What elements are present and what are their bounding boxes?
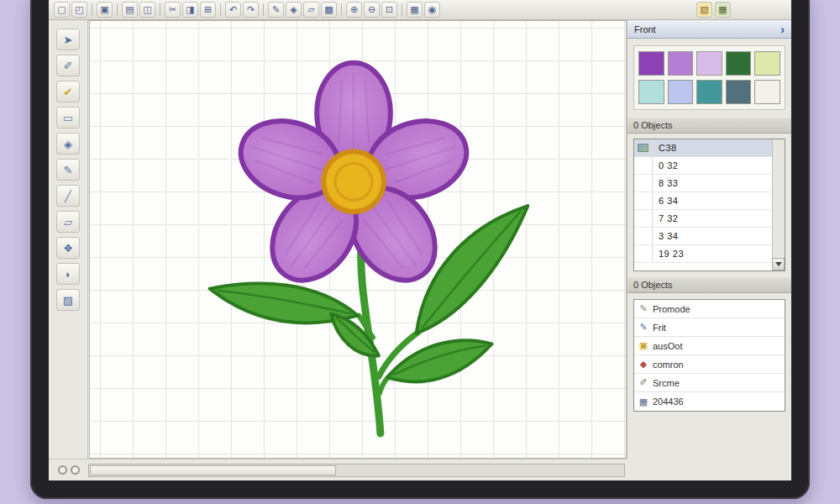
property-row[interactable]: ▦204436 xyxy=(634,392,785,411)
palette-swatch[interactable] xyxy=(696,51,722,76)
freehand-select-tool[interactable]: ✐ xyxy=(56,55,80,76)
bottom-bar xyxy=(49,459,627,480)
objects-header-bottom: 0 Objects xyxy=(627,276,791,293)
print-icon[interactable]: ▤ xyxy=(122,2,138,18)
nav-circle-button-2[interactable] xyxy=(71,465,80,475)
list-scrollbar[interactable] xyxy=(772,139,785,270)
brush-tool[interactable]: ❖ xyxy=(56,237,80,259)
palette-row-1 xyxy=(638,51,780,76)
property-row[interactable]: ◆comron xyxy=(634,355,785,374)
row-icon-cell xyxy=(634,175,653,192)
color-palette xyxy=(633,45,785,110)
stitch-list-row[interactable]: 8 33 xyxy=(634,175,772,192)
paste-icon[interactable]: ⊞ xyxy=(200,2,216,18)
stitch-list-row[interactable]: 0 32 xyxy=(634,157,772,175)
stitch-list-row[interactable]: 7 32 xyxy=(634,210,772,228)
scroll-down-button[interactable] xyxy=(772,258,785,270)
redo-icon[interactable]: ↷ xyxy=(243,2,259,18)
stitch-value: 3 34 xyxy=(653,231,678,241)
open-file-icon[interactable]: ◰ xyxy=(71,2,87,18)
stitch-value: 6 34 xyxy=(653,196,678,206)
row-icon-cell xyxy=(634,157,653,174)
property-icon: ▦ xyxy=(634,397,653,407)
palette-row-2 xyxy=(638,80,780,104)
property-label: Frit xyxy=(653,323,666,333)
stitch-list-row[interactable]: C38 xyxy=(634,139,772,157)
panel-header[interactable]: Front › xyxy=(627,20,791,39)
property-row[interactable]: ▣ausOot xyxy=(634,337,785,355)
print-preview-icon[interactable]: ◫ xyxy=(139,2,155,18)
apply-check-tool[interactable]: ✔ xyxy=(56,81,80,102)
property-label: ausOot xyxy=(653,341,682,351)
stitch-list-row[interactable]: 3 34 xyxy=(634,228,772,245)
design-thumbnail-icon xyxy=(638,144,648,152)
property-icon: ◆ xyxy=(634,360,653,369)
palette-swatch[interactable] xyxy=(696,80,722,104)
pen-tool[interactable]: ✎ xyxy=(56,159,80,181)
toolbar-right-icons: ▧▦ xyxy=(696,2,731,18)
zoom-fit-icon[interactable]: ⊡ xyxy=(381,2,397,18)
select-tool[interactable]: ➤ xyxy=(56,29,80,50)
nav-circle-button-1[interactable] xyxy=(58,465,67,475)
palette-swatch[interactable] xyxy=(668,51,694,76)
palette-swatch[interactable] xyxy=(638,51,664,76)
eraser-tool[interactable]: ▱ xyxy=(56,211,80,233)
layout-grid-icon[interactable]: ▦ xyxy=(715,2,731,18)
property-row[interactable]: ✎Promode xyxy=(634,300,785,318)
main-toolbar: ▢◰▣▤◫✂◨⊞↶↷✎◈▱▩⊕⊖⊡▦◉ ▧▦ xyxy=(49,0,791,20)
property-row[interactable]: ✐Srcme xyxy=(634,374,785,392)
stitch-list-row[interactable]: 19 23 xyxy=(634,245,772,263)
edit-stitches-icon[interactable]: ✎ xyxy=(268,2,284,18)
property-icon: ✐ xyxy=(634,378,653,387)
stitch-value: 8 33 xyxy=(653,178,678,188)
zoom-in-icon[interactable]: ⊕ xyxy=(346,2,362,18)
palette-swatch[interactable] xyxy=(726,80,752,104)
zoom-out-icon[interactable]: ⊖ xyxy=(364,2,380,18)
grid-icon[interactable]: ▦ xyxy=(407,2,423,18)
diamond-tool[interactable]: ◈ xyxy=(56,133,80,155)
toolbar-separator xyxy=(160,3,160,16)
horizontal-scrollbar[interactable] xyxy=(88,464,625,477)
panel-title: Front xyxy=(634,24,656,34)
palette-swatch[interactable] xyxy=(638,80,664,104)
palette-swatch[interactable] xyxy=(726,51,752,76)
objects-header-top: 0 Objects xyxy=(627,117,791,134)
measure-icon[interactable]: ▱ xyxy=(303,2,319,18)
toolbar-separator xyxy=(117,3,118,16)
objects-label-bottom: 0 Objects xyxy=(633,280,672,290)
nav-circles xyxy=(49,465,88,475)
chevron-right-icon[interactable]: › xyxy=(780,24,785,35)
stitch-value: 19 23 xyxy=(653,249,684,259)
property-icon: ✎ xyxy=(634,323,653,332)
property-label: comron xyxy=(653,360,684,370)
new-file-icon[interactable]: ▢ xyxy=(54,2,70,18)
sew-simulator-icon[interactable]: ▩ xyxy=(321,2,337,18)
save-icon[interactable]: ▣ xyxy=(97,2,113,18)
embroidery-flower-artwork xyxy=(90,21,626,458)
palette-swatch[interactable] xyxy=(754,51,780,76)
palette-swatch[interactable] xyxy=(754,80,780,104)
row-icon-cell xyxy=(634,192,653,209)
cut-icon[interactable]: ✂ xyxy=(165,2,181,18)
shell-tool[interactable]: ◗ xyxy=(56,263,80,285)
horizontal-scrollbar-thumb[interactable] xyxy=(90,465,336,475)
design-canvas[interactable] xyxy=(89,20,627,459)
chart-tool[interactable]: ▨ xyxy=(56,289,80,311)
stitch-list-row[interactable]: 6 34 xyxy=(634,192,772,210)
stitch-value: C38 xyxy=(653,143,677,153)
rectangle-tool[interactable]: ▭ xyxy=(56,107,80,129)
desktop-background: ▢◰▣▤◫✂◨⊞↶↷✎◈▱▩⊕⊖⊡▦◉ ▧▦ ➤✐✔▭◈✎╱▱❖◗▨ xyxy=(0,0,840,504)
stitch-value: 0 32 xyxy=(653,160,678,171)
objects-label-top: 0 Objects xyxy=(633,120,672,130)
palette-icon[interactable]: ▧ xyxy=(696,2,712,18)
property-row[interactable]: ✎Frit xyxy=(634,318,785,337)
monitor-bezel: ▢◰▣▤◫✂◨⊞↶↷✎◈▱▩⊕⊖⊡▦◉ ▧▦ ➤✐✔▭◈✎╱▱❖◗▨ xyxy=(30,0,810,499)
undo-icon[interactable]: ↶ xyxy=(225,2,241,18)
property-icon: ▣ xyxy=(634,341,653,350)
knife-tool[interactable]: ╱ xyxy=(56,185,80,207)
color-icon[interactable]: ◉ xyxy=(424,2,440,18)
palette-swatch[interactable] xyxy=(668,80,694,104)
stitch-list: C380 328 336 347 323 3419 23 xyxy=(633,139,785,271)
copy-icon[interactable]: ◨ xyxy=(182,2,198,18)
node-edit-icon[interactable]: ◈ xyxy=(286,2,302,18)
